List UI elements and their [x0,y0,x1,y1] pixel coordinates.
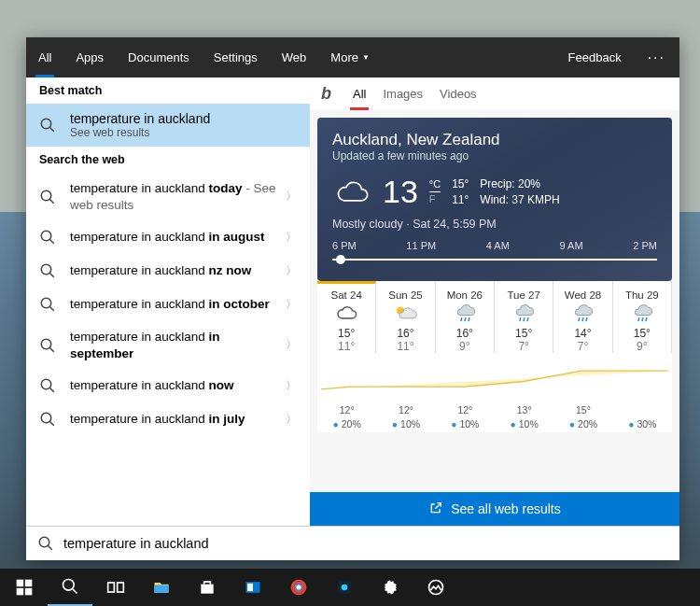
rain-icon [453,303,477,324]
search-icon [39,262,56,279]
outlook-icon[interactable] [231,569,275,606]
best-match-subtitle: See web results [70,126,210,139]
best-match-header: Best match [26,78,310,104]
search-results-window: All Apps Documents Settings Web More Fee… [26,37,679,560]
svg-point-46 [429,581,443,595]
settings-icon[interactable] [368,569,413,606]
svg-line-18 [465,317,466,321]
web-suggestion[interactable]: temperature in auckland in july 〉 [26,402,310,436]
precip-trend-labels: ● 20%● 10%● 10%● 10%● 20%● 30% [317,416,672,432]
search-icon [39,411,56,428]
forecast-day[interactable]: Sun 2516°11° [376,281,435,353]
weather-location: Auckland, New Zealand [332,131,657,149]
slider-thumb[interactable] [336,255,345,264]
search-icon [39,117,56,134]
svg-point-45 [342,585,348,591]
tab-web[interactable]: Web [270,37,319,78]
forecast-day[interactable]: Thu 2915°9° [613,281,672,353]
svg-line-9 [49,306,54,311]
chevron-right-icon: 〉 [286,263,297,279]
svg-rect-34 [25,588,33,596]
chrome-icon[interactable] [276,569,321,606]
preview-pane: b All Images Videos Auckland, New Zealan… [310,78,679,526]
svg-line-20 [520,317,521,321]
web-suggestion[interactable]: temperature in auckland in september 〉 [26,321,310,369]
taskbar-search-button[interactable] [48,569,92,606]
svg-line-11 [49,347,54,352]
photos-icon[interactable] [413,569,458,606]
tab-all[interactable]: All [26,37,63,78]
search-web-header: Search the web [26,147,310,173]
svg-line-22 [527,317,528,321]
current-temp: 13 [383,174,418,210]
unit-toggle[interactable]: °CF [429,178,441,205]
see-all-web-results-button[interactable]: See all web results [310,492,679,526]
web-suggestion[interactable]: temperature in auckland today - See web … [26,173,310,220]
svg-line-15 [49,421,54,426]
hourly-slider[interactable]: 6 PM11 PM4 AM9 AM2 PM [332,240,657,270]
svg-line-25 [587,317,588,321]
best-match-item[interactable]: temperature in auckland See web results [26,104,310,147]
start-button[interactable] [2,569,47,606]
chevron-right-icon: 〉 [286,297,297,313]
preview-tab-all[interactable]: All [344,78,374,110]
svg-line-5 [49,239,54,244]
svg-rect-32 [25,580,33,587]
svg-rect-33 [17,588,24,596]
chevron-right-icon: 〉 [286,189,297,204]
web-suggestion[interactable]: temperature in auckland in october 〉 [26,288,310,321]
chevron-right-icon: 〉 [286,412,297,428]
search-icon [39,337,56,354]
web-suggestion[interactable]: temperature in auckland now 〉 [26,369,310,402]
svg-line-24 [582,317,583,321]
search-input[interactable] [63,536,679,551]
tab-apps[interactable]: Apps [63,37,116,78]
chevron-right-icon: 〉 [286,378,297,394]
cloud-icon [332,178,371,206]
svg-line-30 [48,545,52,550]
forecast-day[interactable]: Mon 2616°9° [436,281,495,353]
forecast-day[interactable]: Sat 2415°11° [317,281,376,353]
more-options-button[interactable]: ··· [634,49,679,66]
forecast-day[interactable]: Wed 2814°7° [553,281,612,353]
svg-line-19 [469,317,469,321]
taskbar [0,569,700,606]
temp-trend-chart [317,353,672,404]
preview-tab-images[interactable]: Images [374,78,431,110]
svg-rect-38 [118,583,124,592]
svg-point-4 [41,231,51,241]
search-input-bar[interactable] [26,526,679,560]
web-suggestion[interactable]: temperature in auckland in august 〉 [26,220,310,254]
preview-tab-bar: b All Images Videos [310,78,679,110]
partly-icon [393,303,417,324]
web-suggestion[interactable]: temperature in auckland nz now 〉 [26,254,310,288]
svg-point-29 [39,537,49,547]
preview-tab-videos[interactable]: Videos [431,78,485,110]
svg-line-23 [579,317,580,321]
chevron-right-icon: 〉 [286,230,297,246]
svg-line-27 [642,317,643,321]
svg-line-1 [49,127,54,132]
svg-line-17 [461,317,462,321]
svg-point-14 [41,413,51,423]
store-icon[interactable] [185,569,230,606]
svg-rect-37 [108,583,115,592]
tab-documents[interactable]: Documents [116,37,202,78]
svg-point-6 [41,264,51,275]
svg-point-10 [41,339,51,349]
file-explorer-icon[interactable] [139,569,184,606]
svg-point-8 [41,298,51,308]
forecast-day[interactable]: Tue 2715°7° [495,281,553,353]
svg-line-21 [524,317,525,321]
tab-settings[interactable]: Settings [202,37,270,78]
app-icon[interactable] [322,569,367,606]
task-view-button[interactable] [93,569,138,606]
tab-more[interactable]: More [318,37,382,78]
feedback-link[interactable]: Feedback [556,37,634,78]
search-icon [37,535,54,552]
svg-line-26 [638,317,639,321]
search-icon [39,189,56,205]
rain-icon [570,303,595,324]
search-icon [39,229,56,246]
weather-condition: Mostly cloudy · Sat 24, 5:59 PM [332,218,657,231]
